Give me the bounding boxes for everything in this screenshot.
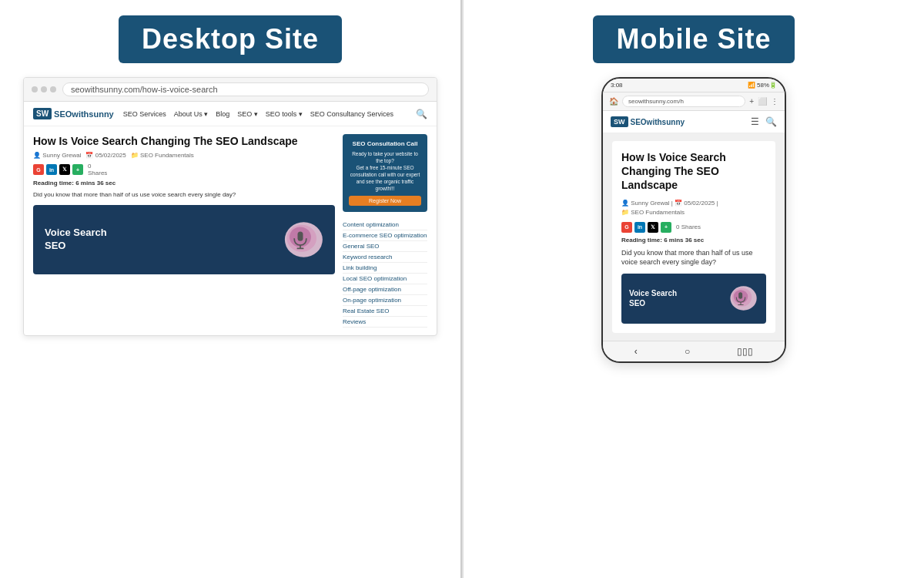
desktop-main: How Is Voice Search Changing The SEO Lan… — [33, 134, 335, 328]
browser-dot-3 — [50, 86, 56, 92]
nav-about[interactable]: About Us ▾ — [174, 110, 209, 118]
article-meta-desktop: 👤 Sunny Grewal 📅 05/02/2025 📁 SEO Fundam… — [33, 152, 335, 159]
phone-bottom-bar: ‹ ○ ▯▯▯ — [603, 341, 785, 361]
mobile-voice-banner: Voice SearchSEO — [621, 274, 766, 324]
phone-time: 3:08 — [611, 82, 623, 89]
phone-plus-icon[interactable]: + — [749, 97, 754, 106]
nav-blog[interactable]: Blog — [216, 110, 229, 118]
consultation-btn[interactable]: Register Now — [349, 196, 421, 206]
logo-box: SW — [33, 108, 52, 119]
menu-offpage[interactable]: Off-page optimization — [343, 284, 427, 295]
menu-realestate[interactable]: Real Estate SEO — [343, 306, 427, 317]
mobile-nav-icons: ☰ 🔍 — [751, 116, 777, 127]
mobile-panel: Mobile Site 3:08 📶 58%🔋 🏠 seowithsunny.c… — [464, 0, 924, 578]
browser-bar: seowithsunny.com/how-is-voice-search — [24, 78, 437, 102]
social-icons-desktop: G in 𝕏 + 0Shares — [33, 163, 335, 176]
nav-seo-services[interactable]: SEO Services — [123, 110, 166, 118]
reading-time-desktop: Reading time: 6 mins 36 sec — [33, 180, 335, 187]
mobile-x-icon[interactable]: 𝕏 — [648, 222, 658, 233]
phone-back-icon[interactable]: 🏠 — [609, 97, 618, 106]
logo-text: SEOwithsunny — [54, 109, 114, 119]
phone-status-bar: 3:08 📶 58%🔋 — [603, 79, 785, 92]
x-share-icon[interactable]: 𝕏 — [59, 164, 70, 175]
consultation-body: Ready to take your website to the top?Ge… — [349, 150, 421, 193]
mobile-meta: 👤 Sunny Grewal | 📅 05/02/2025 | 📁 SEO Fu… — [621, 199, 766, 217]
sidebar-menu: Content optimization E-commerce SEO opti… — [343, 220, 427, 328]
article-title-desktop: How Is Voice Search Changing The SEO Lan… — [33, 134, 335, 148]
voice-banner-graphic — [273, 213, 327, 267]
svg-rect-3 — [298, 232, 303, 241]
voice-banner-text-desktop: Voice SearchSEO — [45, 227, 107, 253]
browser-dot-2 — [41, 86, 47, 92]
mobile-google-icon[interactable]: G — [621, 222, 632, 233]
consultation-title: SEO Consultation Call — [349, 140, 421, 147]
browser-dots — [32, 86, 56, 92]
shares-count-desktop: 0Shares — [88, 163, 107, 176]
phone-menu-icon[interactable]: ⋮ — [771, 97, 778, 106]
menu-content-opt[interactable]: Content optimization — [343, 220, 427, 230]
google-share-icon[interactable]: G — [33, 164, 44, 175]
mobile-article-card: How Is Voice Search Changing The SEO Lan… — [612, 141, 775, 333]
voice-banner-desktop: Voice SearchSEO — [33, 205, 335, 274]
mobile-brain-graphic — [721, 279, 760, 318]
menu-reviews[interactable]: Reviews — [343, 317, 427, 328]
mobile-social-icons: G in 𝕏 + 0 Shares — [621, 222, 766, 233]
browser-dot-1 — [32, 86, 38, 92]
mobile-reading-time: Reading time: 6 mins 36 sec — [621, 237, 766, 244]
mobile-logo-area: SW SEOwithsunny — [611, 116, 751, 127]
nav-seo[interactable]: SEO ▾ — [237, 110, 258, 118]
linkedin-share-icon[interactable]: in — [46, 164, 57, 175]
article-intro-desktop: Did you know that more than half of us u… — [33, 190, 335, 199]
mobile-content: How Is Voice Search Changing The SEO Lan… — [603, 133, 785, 341]
article-title-mobile: How Is Voice Search Changing The SEO Lan… — [621, 150, 766, 193]
nav-consultancy[interactable]: SEO Consultancy Services — [310, 110, 393, 118]
desktop-browser: seowithsunny.com/how-is-voice-search SW … — [23, 77, 437, 336]
mobile-search-icon[interactable]: 🔍 — [765, 116, 777, 127]
mobile-article-intro: Did you know that more than half of us u… — [621, 248, 766, 267]
menu-local[interactable]: Local SEO optimization — [343, 274, 427, 284]
mobile-voice-text: Voice SearchSEO — [629, 288, 677, 308]
menu-general-seo[interactable]: General SEO — [343, 241, 427, 252]
phone-mockup: 3:08 📶 58%🔋 🏠 seowithsunny.com/h + ⬜ ⋮ S… — [601, 77, 786, 363]
mobile-shares: 0 Shares — [676, 223, 701, 230]
mobile-logo-text: SEOwithsunny — [631, 118, 685, 126]
phone-recents-btn[interactable]: ▯▯▯ — [737, 346, 753, 357]
phone-browser-icons: + ⬜ ⋮ — [749, 97, 778, 106]
phone-share-icon[interactable]: ⬜ — [758, 97, 767, 106]
phone-home-btn[interactable]: ○ — [685, 346, 690, 357]
desktop-site-nav: SW SEOwithsunny SEO Services About Us ▾ … — [24, 102, 437, 126]
desktop-sidebar: SEO Consultation Call Ready to take your… — [343, 134, 427, 328]
mobile-plus-icon[interactable]: + — [661, 222, 671, 233]
menu-ecommerce[interactable]: E-commerce SEO optimization — [343, 230, 427, 241]
mobile-hamburger-icon[interactable]: ☰ — [751, 116, 759, 127]
plus-share-icon[interactable]: + — [72, 164, 83, 175]
date-desktop: 📅 05/02/2025 — [85, 152, 126, 159]
phone-status-icons: 📶 58%🔋 — [748, 82, 777, 89]
menu-keyword[interactable]: Keyword research — [343, 252, 427, 263]
mobile-linkedin-icon[interactable]: in — [634, 222, 645, 233]
site-logo: SW SEOwithsunny — [33, 108, 114, 119]
phone-browser-bar: 🏠 seowithsunny.com/h + ⬜ ⋮ — [603, 92, 785, 111]
phone-url[interactable]: seowithsunny.com/h — [622, 96, 745, 107]
mobile-author: Sunny Grewal — [631, 200, 669, 207]
mobile-date: 05/02/2025 — [684, 200, 715, 207]
svg-rect-9 — [738, 292, 742, 299]
nav-search-icon[interactable]: 🔍 — [416, 109, 427, 119]
menu-onpage[interactable]: On-page optimization — [343, 295, 427, 306]
nav-seo-tools[interactable]: SEO tools ▾ — [266, 110, 303, 118]
phone-back-btn[interactable]: ‹ — [634, 346, 638, 357]
mobile-site-nav: SW SEOwithsunny ☰ 🔍 — [603, 111, 785, 133]
browser-url: seowithsunny.com/how-is-voice-search — [62, 82, 429, 96]
mobile-category: SEO Fundamentals — [631, 209, 685, 216]
desktop-panel: Desktop Site seowithsunny.com/how-is-voi… — [0, 0, 462, 578]
mobile-panel-title: Mobile Site — [593, 15, 794, 63]
consultation-box: SEO Consultation Call Ready to take your… — [343, 134, 427, 212]
author-desktop: 👤 Sunny Grewal — [33, 152, 81, 159]
category-desktop: 📁 SEO Fundamentals — [131, 152, 194, 159]
nav-links: SEO Services About Us ▾ Blog SEO ▾ SEO t… — [123, 110, 393, 118]
desktop-panel-title: Desktop Site — [119, 15, 342, 63]
desktop-content: How Is Voice Search Changing The SEO Lan… — [24, 126, 437, 335]
mobile-logo-box: SW — [611, 116, 628, 127]
menu-link[interactable]: Link building — [343, 263, 427, 274]
